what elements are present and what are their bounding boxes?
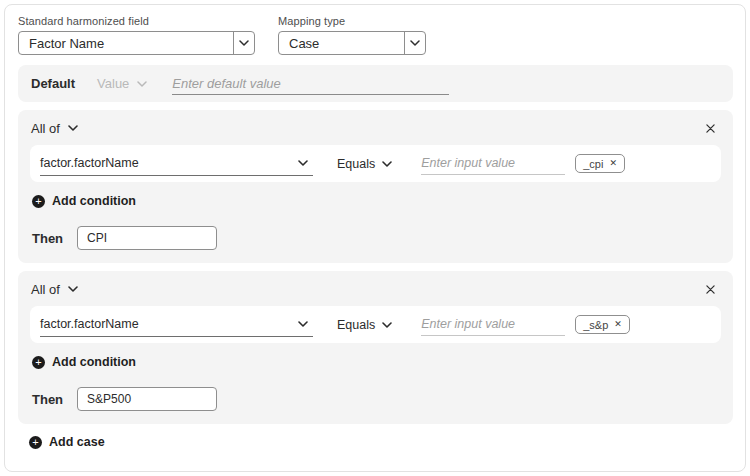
chevron-down-icon (298, 160, 308, 166)
chevron-down-icon (382, 322, 392, 328)
then-label: Then (32, 392, 63, 407)
default-value-input[interactable] (172, 73, 449, 95)
add-case-label: Add case (49, 435, 105, 449)
mapping-type-group: Mapping type Case (278, 15, 426, 55)
operator-select[interactable]: Equals (337, 157, 392, 171)
value-tag[interactable]: _s&p ✕ (575, 315, 630, 334)
add-case-button[interactable]: + Add case (29, 435, 105, 449)
match-type-value: All of (31, 282, 60, 297)
operator-value: Equals (337, 157, 375, 171)
mapping-type-select[interactable]: Case (278, 31, 426, 55)
then-value-input[interactable] (77, 387, 217, 411)
then-label: Then (32, 231, 63, 246)
default-label: Default (31, 76, 75, 91)
then-row: Then (32, 387, 721, 411)
condition-value-input[interactable] (421, 153, 565, 175)
add-condition-label: Add condition (52, 194, 136, 208)
remove-tag-icon[interactable]: ✕ (614, 320, 622, 329)
default-type-select[interactable]: Value (97, 76, 147, 91)
standard-field-group: Standard harmonized field Factor Name (18, 15, 255, 55)
then-value-input[interactable] (77, 226, 217, 250)
match-type-value: All of (31, 121, 60, 136)
condition-field-value: factor.factorName (40, 156, 139, 170)
default-row: Default Value (18, 65, 733, 102)
plus-circle-icon: + (32, 195, 45, 208)
match-type-select[interactable]: All of (31, 282, 78, 297)
condition-field-value: factor.factorName (40, 317, 139, 331)
chevron-down-icon (68, 286, 78, 292)
condition-value-input[interactable] (421, 314, 565, 336)
chevron-down-icon (68, 125, 78, 131)
case-block: All of factor.factorName Equals _cpi ✕ (18, 110, 733, 263)
condition-row: factor.factorName Equals _cpi ✕ (30, 145, 721, 182)
value-tag-label: _s&p (583, 319, 608, 331)
mapping-rule-panel: Standard harmonized field Factor Name Ma… (4, 4, 746, 472)
chevron-down-icon (137, 81, 147, 87)
mapping-type-label: Mapping type (278, 15, 426, 27)
standard-field-value: Factor Name (19, 36, 233, 51)
condition-field-select[interactable]: factor.factorName (40, 313, 313, 337)
standard-field-select[interactable]: Factor Name (18, 31, 255, 55)
operator-select[interactable]: Equals (337, 318, 392, 332)
chevron-down-icon (382, 161, 392, 167)
add-condition-button[interactable]: + Add condition (32, 355, 136, 369)
close-icon (706, 285, 715, 294)
condition-field-select[interactable]: factor.factorName (40, 152, 313, 176)
plus-circle-icon: + (29, 436, 42, 449)
then-row: Then (32, 226, 721, 250)
remove-case-button[interactable] (704, 122, 717, 135)
close-icon (706, 124, 715, 133)
chevron-down-icon (298, 321, 308, 327)
add-condition-label: Add condition (52, 355, 136, 369)
remove-case-button[interactable] (704, 283, 717, 296)
operator-value: Equals (337, 318, 375, 332)
case-header: All of (30, 277, 721, 301)
remove-tag-icon[interactable]: ✕ (609, 159, 617, 168)
add-condition-button[interactable]: + Add condition (32, 194, 136, 208)
value-tag-label: _cpi (583, 158, 603, 170)
plus-circle-icon: + (32, 356, 45, 369)
chevron-down-icon (233, 32, 254, 54)
standard-field-label: Standard harmonized field (18, 15, 255, 27)
condition-row: factor.factorName Equals _s&p ✕ (30, 306, 721, 343)
mapping-type-value: Case (279, 36, 404, 51)
chevron-down-icon (404, 32, 425, 54)
header-row: Standard harmonized field Factor Name Ma… (18, 15, 733, 55)
case-header: All of (30, 116, 721, 140)
match-type-select[interactable]: All of (31, 121, 78, 136)
case-block: All of factor.factorName Equals _s&p ✕ (18, 271, 733, 424)
value-tag[interactable]: _cpi ✕ (575, 154, 625, 173)
default-type-value: Value (97, 76, 129, 91)
